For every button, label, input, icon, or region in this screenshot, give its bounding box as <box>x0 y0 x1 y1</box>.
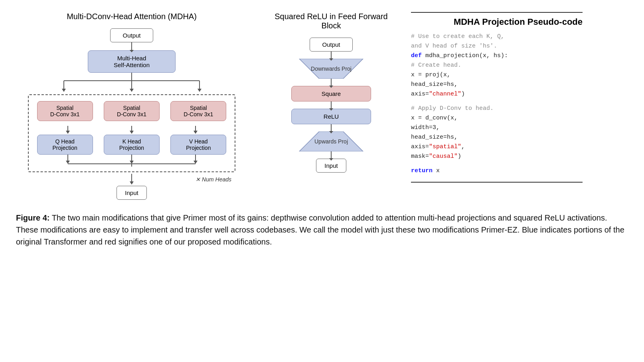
multihead-box: Multi-HeadSelf-Attention <box>88 50 176 73</box>
svg-text:Upwards Proj: Upwards Proj <box>314 138 348 145</box>
dashed-container: SpatialD-Conv 3x1 SpatialD-Conv 3x1 Spat… <box>28 94 235 172</box>
relu-box: ReLU <box>291 109 371 124</box>
head-proj-v: V HeadProjection <box>170 135 226 155</box>
main-content: Multi-DConv-Head Attention (MDHA) Output… <box>16 12 628 248</box>
mdha-title: Multi-DConv-Head Attention (MDHA) <box>67 12 197 21</box>
code-block: # Use to create each K, Q, and V head of… <box>411 32 583 183</box>
headproj-to-input-arrows <box>36 155 227 167</box>
mdha-output-box: Output <box>110 28 153 42</box>
code-line-13: mask="causal") <box>411 152 583 161</box>
upwards-proj-svg: Upwards Proj <box>291 131 371 151</box>
svg-text:Downwards Proj: Downwards Proj <box>311 66 352 72</box>
code-line-6: head_size=hs, <box>411 80 583 90</box>
figure-text: The two main modifications that give Pri… <box>16 213 624 246</box>
relu-title: Squared ReLU in Feed Forward Block <box>271 12 391 30</box>
code-line-7: axis="channel") <box>411 90 583 99</box>
code-line-3: def mdha_projection(x, hs): <box>411 51 583 61</box>
arrow-relu <box>331 124 332 131</box>
relu-input-box: Input <box>316 159 346 173</box>
code-line-1: # Use to create each K, Q, <box>411 32 583 42</box>
square-box: Square <box>291 86 371 101</box>
relu-diagram: Output Downwards Proj Square ReLU Upwar <box>291 38 371 173</box>
code-line-4: # Create head. <box>411 61 583 70</box>
num-heads-label: ✕ Num Heads <box>196 176 231 183</box>
svg-marker-13 <box>194 131 198 134</box>
downwards-proj-svg: Downwards Proj <box>291 59 371 79</box>
svg-marker-9 <box>66 131 70 134</box>
dconv-box-q: SpatialD-Conv 3x1 <box>37 101 93 121</box>
svg-marker-23 <box>130 181 134 185</box>
arrow-downproj <box>331 79 332 86</box>
mdha-input-box: Input <box>117 186 146 200</box>
arrow-upproj <box>331 151 332 159</box>
relu-section: Squared ReLU in Feed Forward Block Outpu… <box>271 12 391 173</box>
svg-marker-11 <box>130 131 134 134</box>
code-line-10: width=3, <box>411 123 583 133</box>
diagrams-row: Multi-DConv-Head Attention (MDHA) Output… <box>16 12 628 200</box>
head-proj-row: Q HeadProjection K HeadProjection V Head… <box>34 135 230 155</box>
svg-marker-19 <box>194 161 198 164</box>
code-line-12: axis="spatial", <box>411 142 583 152</box>
figure-caption: Figure 4: The two main modifications tha… <box>16 212 628 248</box>
code-line-8: # Apply D-Conv to head. <box>411 104 583 113</box>
dconv-box-v: SpatialD-Conv 3x1 <box>170 101 226 121</box>
mdha-section: Multi-DConv-Head Attention (MDHA) Output… <box>16 12 247 200</box>
svg-marker-15 <box>66 161 70 164</box>
code-blank-1 <box>411 99 583 104</box>
arrow-square <box>331 101 332 109</box>
code-line-11: head_size=hs, <box>411 133 583 142</box>
svg-marker-17 <box>130 161 134 164</box>
mdha-diagram: Output Multi-HeadSelf-Attention <box>16 28 247 200</box>
mdha-input-wrapper: Input <box>117 186 146 200</box>
svg-marker-3 <box>62 89 66 92</box>
figure-label: Figure 4: <box>16 213 49 222</box>
svg-marker-5 <box>130 89 134 92</box>
svg-marker-7 <box>198 89 201 92</box>
pseudocode-title: MDHA Projection Pseudo-code <box>411 17 583 27</box>
head-proj-k: K HeadProjection <box>104 135 160 155</box>
code-line-14: return x <box>411 166 583 176</box>
arrow-relu-out <box>331 52 332 59</box>
code-blank-2 <box>411 161 583 166</box>
head-proj-q: Q HeadProjection <box>37 135 93 155</box>
dconv-row: SpatialD-Conv 3x1 SpatialD-Conv 3x1 Spat… <box>34 101 230 121</box>
code-line-2: and V head of size 'hs'. <box>411 42 583 51</box>
dconv-to-headproj-arrows <box>36 126 227 135</box>
relu-output-box: Output <box>310 38 352 52</box>
dconv-box-k: SpatialD-Conv 3x1 <box>104 101 160 121</box>
code-line-9: x = d_conv(x, <box>411 113 583 123</box>
fanout-arrows-svg <box>28 73 235 93</box>
pseudocode-section: MDHA Projection Pseudo-code # Use to cre… <box>411 12 583 183</box>
code-line-5: x = proj(x, <box>411 70 583 80</box>
arrow-output-to-multihead <box>131 42 132 50</box>
